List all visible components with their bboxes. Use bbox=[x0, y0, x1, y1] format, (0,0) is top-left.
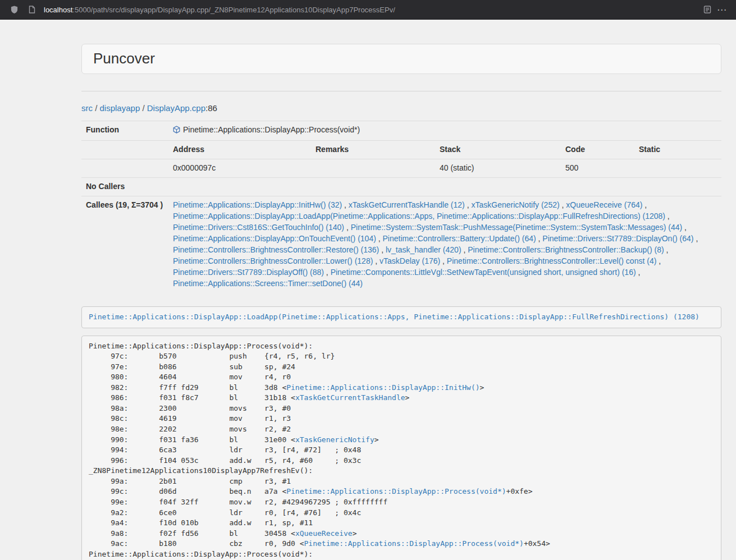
breadcrumb-separator: / bbox=[93, 103, 100, 113]
callee-link[interactable]: Pinetime::Components::LittleVgl::SetNewT… bbox=[331, 268, 636, 277]
disassembly: Pinetime::Applications::DisplayApp::Proc… bbox=[81, 336, 721, 560]
disassembly-symbol-link[interactable]: Pinetime::Applications::DisplayApp::Proc… bbox=[286, 487, 506, 495]
remarks-value bbox=[311, 159, 435, 177]
callee-link[interactable]: Pinetime::Drivers::Cst816S::GetTouchInfo… bbox=[173, 223, 344, 232]
callee-link[interactable]: lv_task_handler (420) bbox=[386, 245, 461, 254]
tracking-protection-shield-icon[interactable] bbox=[7, 2, 21, 17]
disassembly-symbol-link[interactable]: xTaskGetCurrentTaskHandle bbox=[295, 393, 405, 402]
breadcrumb-line-number: :86 bbox=[205, 103, 217, 113]
callee-link[interactable]: xQueueReceive (764) bbox=[566, 200, 642, 209]
browser-toolbar: localhost:5000/path/src/displayapp/Displ… bbox=[0, 0, 736, 20]
callee-link[interactable]: Pinetime::System::SystemTask::PushMessag… bbox=[351, 223, 683, 232]
breadcrumb-link[interactable]: src bbox=[81, 103, 93, 113]
divider bbox=[81, 91, 721, 91]
callers-cell bbox=[168, 177, 721, 196]
column-header-address: Address bbox=[168, 140, 311, 159]
table-row: 0x0000097c 40 (static) 500 bbox=[81, 159, 721, 177]
callee-link[interactable]: Pinetime::Controllers::BrightnessControl… bbox=[173, 245, 379, 254]
function-row-label: Function bbox=[81, 121, 168, 140]
url-host: localhost bbox=[44, 6, 72, 14]
table-row: Callees (19, Σ=3704 ) Pinetime::Applicat… bbox=[81, 196, 721, 292]
function-name-cell: Pinetime::Applications::DisplayApp::Proc… bbox=[168, 121, 721, 140]
callees-list: Pinetime::Applications::DisplayApp::Init… bbox=[168, 196, 721, 292]
stack-value: 40 (static) bbox=[435, 159, 561, 177]
code-size-value: 500 bbox=[561, 159, 634, 177]
page-actions-menu-icon[interactable]: ⋯ bbox=[715, 2, 729, 17]
callee-link[interactable]: Pinetime::Drivers::St7789::DisplayOff() … bbox=[173, 268, 324, 277]
callee-link[interactable]: Pinetime::Controllers::Battery::Update()… bbox=[383, 234, 536, 243]
breadcrumb-separator: / bbox=[140, 103, 147, 113]
column-header-stack: Stack bbox=[435, 140, 561, 159]
callee-link[interactable]: Pinetime::Controllers::BrightnessControl… bbox=[447, 256, 656, 265]
disassembly-symbol-link[interactable]: xTaskGenericNotify bbox=[295, 435, 374, 444]
disassembly-symbol-link[interactable]: Pinetime::Applications::DisplayApp::Init… bbox=[286, 383, 479, 392]
callees-label: Callees (19, Σ=3704 ) bbox=[81, 196, 168, 292]
callee-link[interactable]: Pinetime::Applications::DisplayApp::Load… bbox=[173, 212, 665, 221]
disassembly-symbol-link[interactable]: Pinetime::Applications::DisplayApp::Proc… bbox=[304, 539, 524, 548]
url-path: :5000/path/src/displayapp/DisplayApp.cpp… bbox=[72, 6, 395, 14]
callee-link[interactable]: xTaskGetCurrentTaskHandle (12) bbox=[349, 200, 465, 209]
no-callers-label: No Callers bbox=[81, 177, 168, 196]
breadcrumb-link[interactable]: displayapp bbox=[100, 103, 140, 113]
callee-link[interactable]: Pinetime::Drivers::St7789::DisplayOn() (… bbox=[542, 234, 693, 243]
column-header-static: Static bbox=[634, 140, 721, 159]
table-row: Function Pinetime::Applications::Display… bbox=[81, 121, 721, 140]
empty-cell bbox=[81, 159, 168, 177]
callee-link[interactable]: Pinetime::Controllers::BrightnessControl… bbox=[173, 256, 373, 265]
breadcrumb-link[interactable]: DisplayApp.cpp bbox=[147, 103, 205, 113]
page-icon bbox=[25, 2, 39, 17]
url-text: localhost:5000/path/src/displayapp/Displ… bbox=[44, 6, 395, 14]
table-row: No Callers bbox=[81, 177, 721, 196]
callee-link[interactable]: xTaskGenericNotify (252) bbox=[471, 200, 559, 209]
page-container: Puncover src / displayapp / DisplayApp.c… bbox=[73, 44, 730, 560]
function-cube-icon bbox=[173, 126, 180, 137]
column-header-code: Code bbox=[561, 140, 634, 159]
page-title: Puncover bbox=[93, 51, 710, 67]
column-header-remarks: Remarks bbox=[311, 140, 435, 159]
disassembly-symbol-link[interactable]: xQueueReceive bbox=[295, 529, 353, 538]
breadcrumb: src / displayapp / DisplayApp.cpp:86 bbox=[81, 102, 721, 114]
callee-link[interactable]: Pinetime::Applications::DisplayApp::OnTo… bbox=[173, 234, 376, 243]
callee-link[interactable]: Pinetime::Applications::Screens::Timer::… bbox=[173, 279, 363, 288]
callee-link[interactable]: vTaskDelay (176) bbox=[380, 256, 440, 265]
url-bar[interactable]: localhost:5000/path/src/displayapp/Displ… bbox=[25, 2, 700, 17]
empty-cell bbox=[81, 140, 168, 159]
highlighted-symbol-box: Pinetime::Applications::DisplayApp::Load… bbox=[81, 306, 721, 328]
function-name: Pinetime::Applications::DisplayApp::Proc… bbox=[183, 125, 360, 134]
function-detail-table: Function Pinetime::Applications::Display… bbox=[81, 121, 721, 293]
callee-link[interactable]: Pinetime::Applications::DisplayApp::Init… bbox=[173, 200, 342, 209]
app-header-panel: Puncover bbox=[81, 44, 721, 74]
reader-mode-icon[interactable] bbox=[700, 2, 715, 17]
highlighted-symbol-link[interactable]: Pinetime::Applications::DisplayApp::Load… bbox=[89, 313, 700, 321]
address-value: 0x0000097c bbox=[168, 159, 311, 177]
static-value bbox=[634, 159, 721, 177]
callee-link[interactable]: Pinetime::Controllers::BrightnessControl… bbox=[468, 245, 664, 254]
table-row: Address Remarks Stack Code Static bbox=[81, 140, 721, 159]
